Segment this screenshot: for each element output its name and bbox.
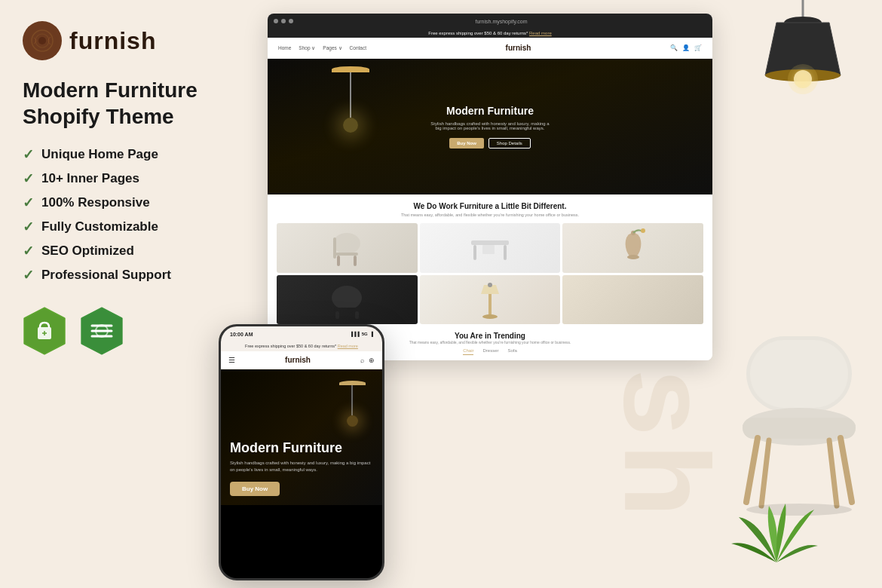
feature-2: ✓ 10+ Inner Pages (23, 170, 234, 187)
svg-rect-31 (488, 294, 492, 315)
mobile-signal-icon: ▐▐▐ (350, 332, 360, 336)
mobile-shipping-bar: Free express shipping over $50 & 60 day … (221, 341, 382, 351)
browser-hero-buttons: Buy Now Shop Details (430, 138, 550, 149)
svg-rect-19 (333, 237, 336, 259)
plant-decoration (731, 502, 822, 588)
browser-shopdetails-button[interactable]: Shop Details (488, 138, 531, 149)
svg-rect-18 (354, 256, 357, 266)
svg-rect-29 (335, 311, 339, 319)
product-cell-4[interactable] (277, 275, 418, 325)
mobile-hero-sub: Stylish handbags crafted with honesty an… (230, 460, 373, 473)
svg-point-15 (333, 233, 360, 254)
mobile-battery-icon: ▐ (370, 332, 373, 336)
browser-address: furnish.myshopify.com (296, 19, 706, 24)
product-cell-2[interactable] (420, 223, 561, 273)
brand-name: furnish (69, 27, 156, 55)
svg-point-24 (627, 255, 639, 259)
svg-rect-20 (471, 240, 509, 245)
browser-hero-sub: Stylish handbags crafted with honesty an… (430, 121, 550, 130)
feature-1: ✓ Unique Home Page (23, 146, 234, 163)
nav-home[interactable]: Home (278, 45, 291, 51)
check-icon-2: ✓ (23, 170, 34, 187)
page-headline: Modern Furniture Shopify Theme (23, 77, 234, 130)
mobile-buynow-button[interactable]: Buy Now (230, 482, 280, 496)
browser-topbar: furnish.myshopify.com (268, 14, 712, 29)
svg-point-39 (788, 64, 818, 94)
mobile-search-icon[interactable]: ⌕ (360, 357, 364, 364)
nav-contact[interactable]: Contact (350, 45, 366, 51)
product-cell-6[interactable] (562, 275, 703, 325)
feature-6: ✓ Professional Support (23, 267, 234, 283)
browser-shipping-link[interactable]: Read more (529, 31, 552, 35)
browser-search-icon[interactable]: 🔍 (670, 44, 678, 51)
svg-rect-28 (334, 308, 360, 311)
browser-nav-icons: 🔍 👤 🛒 (670, 44, 702, 51)
mobile-preview: 10:00 AM ▐▐▐ 5G ▐ Free express shipping … (219, 324, 384, 580)
check-icon-5: ✓ (23, 243, 34, 259)
logo-container: furnish (23, 21, 234, 60)
trending-tab-chair[interactable]: Chair (463, 348, 473, 355)
browser-dot-3 (289, 19, 293, 23)
trending-tab-dresser[interactable]: Dresser (482, 348, 498, 355)
mobile-hero: Modern Furniture Stylish handbags crafte… (221, 369, 382, 505)
feature-5: ✓ SEO Optimized (23, 243, 234, 259)
svg-point-3 (38, 37, 46, 44)
chair-decoration (724, 321, 874, 520)
mobile-nav-logo: furnish (285, 356, 311, 364)
svg-point-32 (482, 314, 498, 319)
svg-rect-30 (355, 311, 359, 319)
browser-body: Free express shipping over $50 & 60 day … (268, 29, 712, 360)
svg-rect-23 (482, 245, 495, 254)
browser-dot-1 (274, 19, 278, 23)
browser-nav-logo: furnish (506, 44, 531, 52)
nav-shop[interactable]: Shop ∨ (299, 45, 315, 51)
check-icon-6: ✓ (23, 267, 34, 283)
svg-point-33 (488, 283, 492, 287)
mobile-status-bar: 10:00 AM ▐▐▐ 5G ▐ (221, 326, 382, 341)
browser-hero-title: Modern Furniture (430, 105, 550, 117)
browser-user-icon[interactable]: 👤 (682, 44, 690, 51)
nav-pages[interactable]: Pages ∨ (323, 45, 341, 51)
svg-rect-17 (337, 256, 340, 266)
browser-buynow-button[interactable]: Buy Now (449, 138, 484, 149)
svg-rect-43 (743, 418, 856, 439)
mobile-menu-icon[interactable]: ☰ (228, 356, 235, 364)
mobile-status-right: ▐▐▐ 5G ▐ (350, 332, 373, 336)
browser-cart-icon[interactable]: 🛒 (694, 44, 702, 51)
mobile-cart-icon[interactable]: ⊕ (369, 357, 375, 364)
check-icon-4: ✓ (23, 219, 34, 235)
browser-site-nav: Home Shop ∨ Pages ∨ Contact furnish 🔍 👤 … (268, 38, 712, 59)
mobile-wifi-icon: 5G (362, 332, 368, 336)
product-cell-1[interactable] (277, 223, 418, 273)
browser-shipping-banner: Free express shipping over $50 & 60 day … (268, 29, 712, 38)
svg-point-27 (332, 286, 362, 310)
check-icon-3: ✓ (23, 194, 34, 211)
trending-tab-sofa[interactable]: Sofa (508, 348, 517, 355)
mobile-hero-title: Modern Furniture (230, 441, 373, 456)
svg-line-45 (841, 438, 852, 502)
svg-rect-16 (335, 253, 358, 256)
svg-rect-21 (473, 245, 476, 260)
layered-badge (80, 306, 124, 359)
product-cell-5[interactable] (420, 275, 561, 325)
features-list: ✓ Unique Home Page ✓ 10+ Inner Pages ✓ 1… (23, 146, 234, 283)
badges-row (23, 306, 234, 359)
browser-product-grid (268, 223, 712, 329)
svg-rect-41 (750, 340, 848, 408)
browser-hero-content: Modern Furniture Stylish handbags crafte… (430, 105, 550, 149)
mobile-shipping-link[interactable]: Read more (338, 344, 358, 348)
browser-dot-2 (281, 19, 286, 23)
lamp-decoration (761, 0, 844, 154)
feature-4: ✓ Fully Customizable (23, 219, 234, 235)
browser-preview: furnish.myshopify.com Free express shipp… (268, 14, 712, 360)
mobile-nav: ☰ furnish ⌕ ⊕ (221, 351, 382, 369)
browser-section-title: We Do Work Furniture a Little Bit Differ… (268, 202, 712, 210)
svg-line-47 (829, 440, 837, 506)
logo-icon (23, 21, 62, 60)
browser-hero: Modern Furniture Stylish handbags crafte… (268, 59, 712, 194)
shopify-badge (23, 306, 66, 359)
svg-line-46 (761, 440, 769, 506)
product-cell-3[interactable] (562, 223, 703, 273)
svg-line-44 (746, 438, 758, 502)
svg-rect-22 (504, 245, 507, 260)
